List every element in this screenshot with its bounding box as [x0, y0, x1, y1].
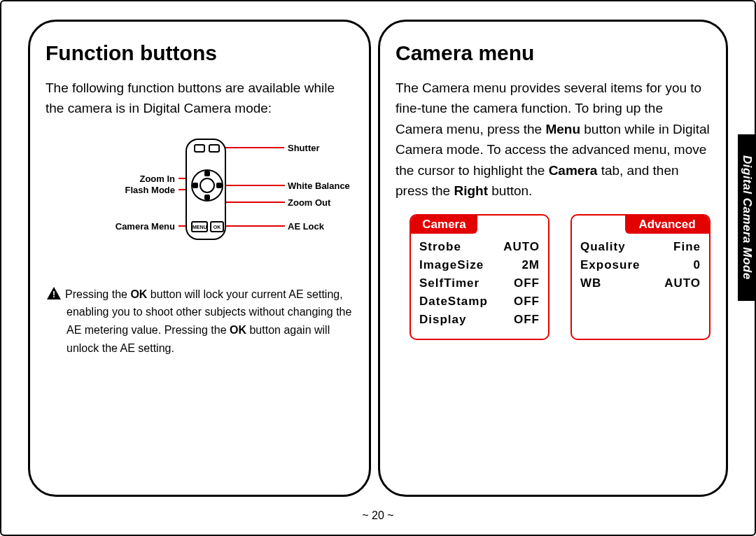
page-number: ~ 20 ~	[0, 509, 756, 522]
menu-boxes-row: Camera StrobeAUTOImageSize2MSelfTimerOFF…	[410, 214, 710, 340]
top-button-left	[194, 144, 205, 153]
label-white-balance: White Balance	[288, 181, 350, 191]
function-buttons-pane: Function buttons The following function …	[28, 20, 371, 497]
note-bold-1: OK	[130, 288, 147, 300]
menu-item-value: AUTO	[664, 276, 701, 290]
label-flash-mode: Flash Mode	[66, 185, 175, 195]
intro-text-4: button.	[488, 183, 532, 198]
label-zoom-in: Zoom In	[66, 174, 175, 184]
advanced-tab: Advanced	[625, 216, 709, 234]
menu-item-value: 0	[694, 258, 701, 272]
menu-item-label: DateStamp	[419, 295, 488, 309]
menu-item-label: Strobe	[419, 240, 461, 254]
dpad-left-icon	[192, 183, 198, 188]
leader-line	[222, 185, 285, 186]
dpad-down-icon	[204, 195, 210, 200]
menu-item: StrobeAUTO	[419, 238, 540, 256]
menu-item: SelfTimerOFF	[419, 274, 540, 292]
label-shutter: Shutter	[288, 143, 320, 153]
camera-menu-pane: Camera menu The Camera menu provides sev…	[378, 20, 728, 497]
intro-bold-2: Camera	[549, 163, 598, 178]
controller-diagram: MENU OK Shutter White Balance Zoom Out A…	[66, 139, 332, 258]
menu-item-label: Quality	[580, 240, 626, 254]
camera-menu-title: Camera menu	[396, 41, 710, 65]
menu-item-value: OFF	[514, 295, 540, 309]
leader-line	[225, 225, 285, 227]
leader-line	[218, 147, 284, 148]
menu-item: QualityFine	[580, 238, 701, 256]
menu-item-value: Fine	[673, 240, 701, 254]
label-ae-lock: AE Lock	[288, 221, 324, 232]
menu-item-label: Display	[419, 313, 466, 327]
dpad-up-icon	[204, 171, 210, 176]
menu-item-label: WB	[580, 276, 601, 290]
ok-button: OK	[210, 221, 224, 232]
menu-item: DisplayOFF	[419, 311, 540, 329]
menu-button: MENU	[191, 221, 208, 232]
remote-body: MENU OK	[186, 139, 226, 240]
dpad-center	[200, 178, 215, 193]
menu-item-value: OFF	[514, 313, 540, 327]
camera-tab: Camera	[411, 216, 477, 234]
label-zoom-out: Zoom Out	[288, 197, 330, 208]
menu-item-value: OFF	[514, 276, 540, 290]
menu-item: Exposure0	[580, 256, 701, 274]
section-tab: Digital Camera Mode	[738, 134, 756, 301]
menu-item-label: SelfTimer	[419, 276, 479, 290]
menu-item-value: AUTO	[503, 240, 540, 254]
menu-item: ImageSize2M	[419, 256, 540, 274]
camera-menu-items: StrobeAUTOImageSize2MSelfTimerOFFDateSta…	[411, 234, 548, 339]
top-button-right	[209, 144, 220, 153]
ae-lock-note: ! Pressing the OK button will lock your …	[46, 285, 354, 357]
menu-item: WBAUTO	[580, 274, 701, 292]
dpad-right-icon	[216, 183, 222, 188]
camera-menu-intro: The Camera menu provides several items f…	[396, 78, 710, 202]
menu-item: DateStampOFF	[419, 292, 540, 311]
function-buttons-intro: The following function buttons are avail…	[46, 78, 354, 119]
intro-bold-3: Right	[454, 183, 488, 198]
note-text-1: Pressing the	[65, 288, 130, 300]
svg-text:!: !	[52, 290, 55, 299]
camera-menu-box: Camera StrobeAUTOImageSize2MSelfTimerOFF…	[410, 214, 550, 340]
function-buttons-title: Function buttons	[46, 41, 354, 65]
menu-item-label: Exposure	[580, 258, 640, 272]
note-bold-2: OK	[230, 324, 246, 336]
warning-icon: !	[47, 287, 61, 299]
advanced-menu-items: QualityFineExposure0WBAUTO	[572, 234, 709, 302]
content-panes: Function buttons The following function …	[28, 20, 728, 497]
menu-item-value: 2M	[522, 258, 540, 272]
label-camera-menu: Camera Menu	[66, 221, 175, 232]
advanced-menu-box: Advanced QualityFineExposure0WBAUTO	[570, 214, 710, 340]
intro-bold-1: Menu	[545, 122, 580, 136]
menu-item-label: ImageSize	[419, 258, 484, 272]
